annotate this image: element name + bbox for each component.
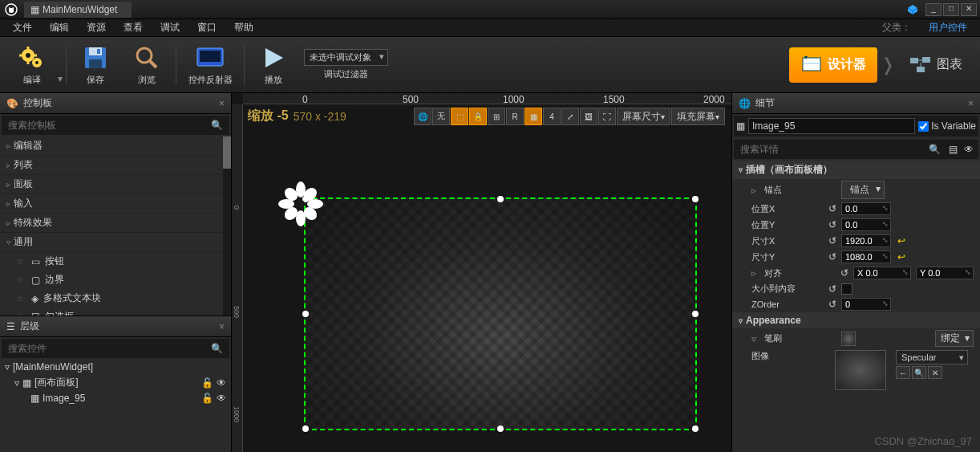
align-y-input[interactable]: Y 0.0 [916, 267, 974, 279]
expand-icon[interactable]: ▹ [751, 267, 756, 279]
eye-icon[interactable]: 👁 [217, 393, 226, 404]
screen-size-combo[interactable]: 屏幕尺寸 ▾ [617, 108, 670, 125]
dropdown-icon[interactable]: ▾ [58, 73, 63, 84]
hierarchy-search-input[interactable] [3, 340, 206, 356]
details-search-input[interactable] [735, 141, 924, 157]
anchor-widget-icon[interactable] [278, 181, 323, 226]
panel-close-icon[interactable]: × [968, 98, 974, 109]
palette-item[interactable]: ▢边界 [0, 271, 231, 289]
hierarchy-item-selected[interactable]: ▦ Image_95 🔓👁 [0, 391, 231, 405]
use-selected-icon[interactable]: ← [896, 366, 910, 379]
lock-button[interactable]: 🔒 [469, 108, 487, 125]
palette-category[interactable]: 输入 [0, 194, 231, 214]
image-icon[interactable]: 🖼 [580, 108, 597, 125]
panel-close-icon[interactable]: × [219, 98, 225, 109]
save-button[interactable]: 保存 [70, 40, 121, 90]
expand-icon[interactable]: ▿ [751, 333, 756, 344]
fit-icon[interactable]: ⛶ [598, 108, 616, 125]
arrows-icon[interactable]: ⤢ [561, 108, 579, 125]
bind-combo[interactable]: 绑定 [935, 330, 974, 347]
asset-tab[interactable]: ▦ MainMenuWidget [24, 2, 132, 18]
reflector-button[interactable]: 控件反射器 [180, 40, 241, 90]
menu-edit[interactable]: 编辑 [42, 19, 77, 36]
image-asset-combo[interactable]: Specular [896, 350, 968, 364]
palette-scrollbar[interactable] [223, 136, 231, 316]
browse-asset-icon[interactable]: 🔍 [912, 366, 926, 379]
lock-icon[interactable]: 🔓 [201, 377, 213, 389]
selected-widget-canvas[interactable] [304, 197, 697, 430]
lock-icon[interactable]: 🔓 [201, 393, 213, 404]
none-button[interactable]: 无 [432, 108, 450, 125]
hierarchy-item[interactable]: ▿ ▦ [画布面板] 🔓👁 [0, 374, 231, 391]
layout-grid-button[interactable]: ▦ [524, 108, 542, 125]
size-to-content-checkbox[interactable] [841, 283, 852, 295]
menu-help[interactable]: 帮助 [226, 19, 261, 36]
palette-category[interactable]: 编辑器 [0, 136, 231, 156]
menu-view[interactable]: 查看 [115, 19, 151, 36]
revert-icon[interactable]: ↺ [828, 251, 836, 263]
lang-icon[interactable]: 🌐 [414, 108, 431, 125]
close-button[interactable]: ✕ [961, 3, 977, 16]
menu-file[interactable]: 文件 [5, 19, 40, 36]
revert-icon[interactable]: ↺ [828, 283, 836, 295]
anchor-picker[interactable]: 锚点 [841, 181, 885, 199]
posy-input[interactable]: 0.0 [841, 218, 891, 231]
source-control-icon[interactable] [906, 3, 919, 16]
resize-handle[interactable] [302, 426, 309, 432]
resize-handle[interactable] [302, 311, 309, 317]
reset-icon[interactable]: ↩ [897, 251, 905, 263]
palette-category-open[interactable]: 通用 [0, 233, 231, 252]
palette-category[interactable]: 特殊效果 [0, 214, 231, 233]
palette-search-input[interactable] [3, 117, 206, 133]
minimize-button[interactable]: _ [925, 3, 942, 16]
compile-button[interactable]: 编译 [6, 40, 58, 90]
sizex-input[interactable]: 1920.0 [841, 234, 891, 247]
panel-close-icon[interactable]: × [219, 321, 225, 332]
palette-category[interactable]: 列表 [0, 156, 231, 175]
resize-handle[interactable] [692, 311, 699, 317]
revert-icon[interactable]: ↺ [840, 267, 848, 279]
maximize-button[interactable]: □ [943, 3, 959, 16]
posx-input[interactable]: 0.0 [841, 202, 891, 215]
grid-button[interactable]: ⊞ [488, 108, 505, 125]
r-button[interactable]: R [506, 108, 524, 125]
zorder-input[interactable]: 0 [841, 298, 891, 311]
palette-category[interactable]: 面板 [0, 175, 231, 194]
brush-swatch[interactable] [841, 332, 856, 346]
property-matrix-icon[interactable]: ▤ [946, 144, 961, 155]
browse-button[interactable]: 浏览 [121, 40, 172, 90]
resize-handle[interactable] [692, 426, 699, 432]
palette-item[interactable]: ☑勾选框 [0, 307, 231, 316]
image-thumbnail[interactable] [835, 350, 886, 390]
designer-viewport[interactable]: 0 500 1000 1500 2000 0 500 1000 缩放 -5 57… [232, 93, 731, 452]
slot-section-header[interactable]: 插槽（画布面板槽） [732, 161, 980, 179]
align-x-input[interactable]: X 0.0 [853, 267, 911, 279]
reset-icon[interactable]: ↩ [897, 235, 905, 246]
resize-handle[interactable] [692, 196, 699, 202]
menu-debug[interactable]: 调试 [152, 19, 188, 36]
expand-icon[interactable]: ▹ [751, 185, 756, 196]
object-name-input[interactable] [748, 118, 915, 134]
revert-icon[interactable]: ↺ [828, 219, 836, 230]
dashed-outline-button[interactable]: ⬚ [451, 108, 468, 125]
is-variable-checkbox[interactable]: Is Variable [918, 120, 976, 132]
appearance-section-header[interactable]: Appearance [732, 312, 980, 328]
designer-mode-button[interactable]: 设计器 [789, 47, 877, 83]
hierarchy-root[interactable]: ▿ [MainMenuWidget] [0, 360, 231, 374]
snap-value[interactable]: 4 [543, 108, 561, 125]
sizey-input[interactable]: 1080.0 [841, 250, 891, 263]
revert-icon[interactable]: ↺ [828, 299, 836, 310]
clear-asset-icon[interactable]: ✕ [928, 366, 942, 379]
graph-mode-button[interactable]: 图表 [898, 47, 974, 83]
revert-icon[interactable]: ↺ [828, 203, 836, 214]
resize-handle[interactable] [497, 196, 504, 202]
parent-class-link[interactable]: 用户控件 [921, 19, 975, 36]
revert-icon[interactable]: ↺ [828, 235, 836, 246]
menu-window[interactable]: 窗口 [189, 19, 225, 36]
fill-screen-combo[interactable]: 填充屏幕 ▾ [671, 108, 725, 125]
palette-item[interactable]: ◈多格式文本块 [0, 289, 231, 307]
debug-object-combo[interactable]: 未选中调试对象 [304, 49, 388, 66]
resize-handle[interactable] [497, 426, 504, 432]
eye-icon[interactable]: 👁 [961, 144, 977, 155]
eye-icon[interactable]: 👁 [217, 377, 226, 389]
